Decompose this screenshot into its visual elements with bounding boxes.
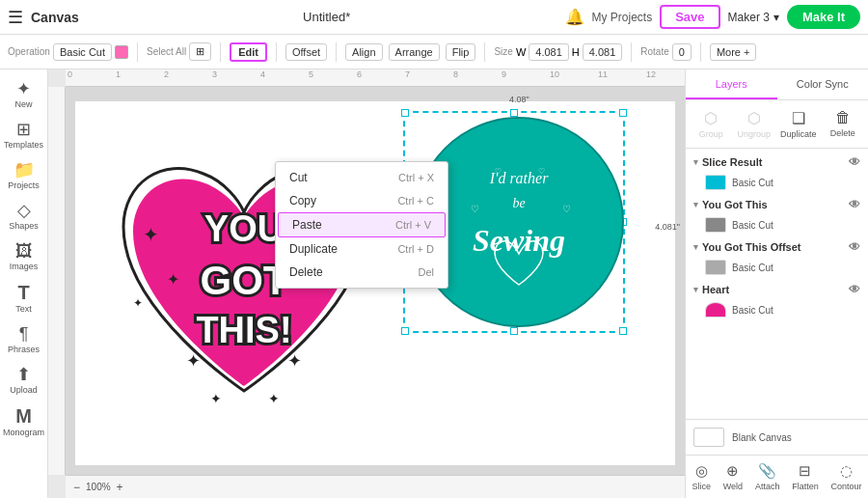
layer-thumb-heart [705, 302, 726, 318]
sidebar-label-upload: Upload [10, 385, 38, 395]
layer-item-you-got-this-offset-0[interactable]: Basic Cut [686, 257, 868, 278]
attach-label: Attach [755, 482, 780, 491]
tab-color-sync[interactable]: Color Sync [777, 69, 869, 99]
sidebar-label-images: Images [10, 262, 39, 271]
layers-panel: ▾ Slice Result 👁 Basic Cut ▾ You Got Thi… [686, 149, 868, 419]
ruler-mark-1: 1 [116, 69, 121, 79]
save-button[interactable]: Save [660, 5, 719, 29]
operation-selector[interactable]: Basic Cut [53, 43, 112, 61]
right-bottom-actions: ◎ Slice ⊕ Weld 📎 Attach ⊟ Flatten ◌ Cont… [686, 455, 868, 498]
attach-icon: 📎 [758, 462, 776, 480]
sidebar-item-shapes[interactable]: ◇ Shapes [2, 197, 46, 235]
menu-item-cut[interactable]: Cut Ctrl + X [276, 166, 448, 189]
selection-handle-bm[interactable] [510, 327, 518, 335]
ruler-top: 0 1 2 3 4 5 6 7 8 9 10 11 12 13 [66, 69, 685, 87]
layer-item-slice-result-0[interactable]: Basic Cut [686, 172, 868, 193]
sidebar-item-text[interactable]: T Text [2, 278, 46, 318]
menu-item-delete[interactable]: Delete Del [276, 261, 448, 284]
group-button[interactable]: ⬡ Group [692, 106, 730, 142]
make-it-button[interactable]: Make It [787, 5, 860, 29]
selection-handle-br[interactable] [619, 327, 627, 335]
edit-button[interactable]: Edit [230, 42, 267, 62]
flatten-icon: ⊟ [799, 462, 811, 480]
upload-icon: ⬆ [16, 366, 31, 383]
menu-copy-label: Copy [289, 194, 316, 208]
menu-paste-shortcut: Ctrl + V [395, 219, 431, 231]
layer-group-title-heart: Heart [702, 284, 729, 295]
eye-heart[interactable]: 👁 [849, 283, 860, 296]
sidebar-item-projects[interactable]: 📁 Projects [2, 156, 46, 195]
color-swatch[interactable] [115, 45, 128, 59]
layer-item-label-you-got-this-offset-0: Basic Cut [732, 263, 773, 273]
ungroup-button[interactable]: ⬡ Ungroup [734, 106, 773, 142]
layer-item-you-got-this-0[interactable]: Basic Cut [686, 214, 868, 235]
monogram-icon: M [15, 406, 32, 426]
tab-layers[interactable]: Layers [686, 69, 777, 99]
context-menu: Cut Ctrl + X Copy Ctrl + C Paste Ctrl + … [275, 161, 448, 289]
bell-icon[interactable]: 🔔 [565, 8, 584, 26]
arrange-button[interactable]: Arrange [389, 43, 440, 61]
menu-item-copy[interactable]: Copy Ctrl + C [276, 189, 448, 212]
hamburger-menu[interactable]: ☰ [8, 7, 23, 28]
height-input[interactable]: 4.081 [583, 43, 623, 61]
selection-handle-tl[interactable] [401, 109, 409, 117]
eye-you-got-this[interactable]: 👁 [849, 198, 860, 211]
more-button[interactable]: More + [710, 43, 757, 61]
sidebar-item-monogram[interactable]: M Monogram [2, 401, 46, 442]
flip-button[interactable]: Flip [446, 43, 476, 61]
sidebar-item-phrases[interactable]: ¶ Phrases [2, 320, 46, 359]
menu-item-paste[interactable]: Paste Ctrl + V [278, 212, 446, 237]
svg-text:✦: ✦ [268, 391, 280, 406]
select-all-button[interactable]: ⊞ [189, 42, 211, 61]
layer-group-header-slice-result[interactable]: ▾ Slice Result 👁 [686, 152, 868, 172]
ungroup-icon: ⬡ [747, 109, 761, 127]
ungroup-label: Ungroup [737, 129, 771, 139]
delete-button[interactable]: 🗑 Delete [824, 106, 862, 142]
selection-handle-bl[interactable] [401, 327, 409, 335]
rotate-input[interactable]: 0 [672, 43, 692, 61]
sidebar-item-templates[interactable]: ⊞ Templates [2, 116, 46, 154]
zoom-in-button[interactable]: + [117, 481, 123, 494]
doc-title: Untitled* [303, 10, 350, 24]
maker-selector[interactable]: Maker 3 ▾ [728, 11, 779, 24]
layer-item-heart-0[interactable]: Basic Cut [686, 299, 868, 320]
width-input[interactable]: 4.081 [529, 43, 569, 61]
offset-button[interactable]: Offset [285, 43, 327, 61]
layer-thumb-you-got-this [705, 217, 726, 233]
sidebar-item-new[interactable]: ✦ New [2, 75, 46, 114]
shapes-icon: ◇ [17, 202, 31, 219]
divider6 [631, 42, 632, 62]
slice-button[interactable]: ◎ Slice [686, 459, 717, 494]
layer-group-header-you-got-this-offset[interactable]: ▾ You Got This Offset 👁 [686, 237, 868, 257]
flatten-button[interactable]: ⊟ Flatten [786, 459, 825, 494]
menu-delete-label: Delete [289, 265, 323, 279]
chevron-you-got-this-offset: ▾ [693, 242, 698, 252]
ruler-mark-0: 0 [68, 69, 72, 79]
my-projects-link[interactable]: My Projects [592, 11, 653, 24]
svg-text:✦: ✦ [186, 351, 201, 371]
divider1 [137, 42, 138, 62]
blank-canvas-swatch[interactable] [693, 428, 724, 447]
menu-item-duplicate[interactable]: Duplicate Ctrl + D [276, 237, 448, 261]
select-all-group: Select All ⊞ [147, 42, 211, 61]
align-button[interactable]: Align [345, 43, 382, 61]
contour-button[interactable]: ◌ Contour [826, 459, 868, 494]
sidebar-item-images[interactable]: 🖼 Images [2, 237, 46, 276]
eye-slice-result[interactable]: 👁 [849, 155, 860, 169]
layer-group-header-heart[interactable]: ▾ Heart 👁 [686, 280, 868, 299]
sidebar-item-upload[interactable]: ⬆ Upload [2, 361, 46, 400]
layer-item-label-slice-result-0: Basic Cut [732, 178, 773, 188]
weld-button[interactable]: ⊕ Weld [718, 459, 748, 494]
menu-duplicate-shortcut: Ctrl + D [397, 243, 434, 255]
size-label: Size [494, 46, 512, 57]
rotate-label: Rotate [640, 46, 668, 57]
attach-button[interactable]: 📎 Attach [749, 459, 786, 494]
eye-you-got-this-offset[interactable]: 👁 [849, 240, 860, 254]
zoom-out-button[interactable]: − [73, 481, 80, 494]
canvas-area[interactable]: 0 1 2 3 4 5 6 7 8 9 10 11 12 13 [48, 69, 685, 498]
layer-group-header-you-got-this[interactable]: ▾ You Got This 👁 [686, 195, 868, 214]
duplicate-button[interactable]: ❑ Duplicate [777, 106, 820, 142]
ruler-mark-8: 8 [453, 69, 458, 79]
contour-icon: ◌ [840, 462, 853, 480]
divider7 [700, 42, 701, 62]
